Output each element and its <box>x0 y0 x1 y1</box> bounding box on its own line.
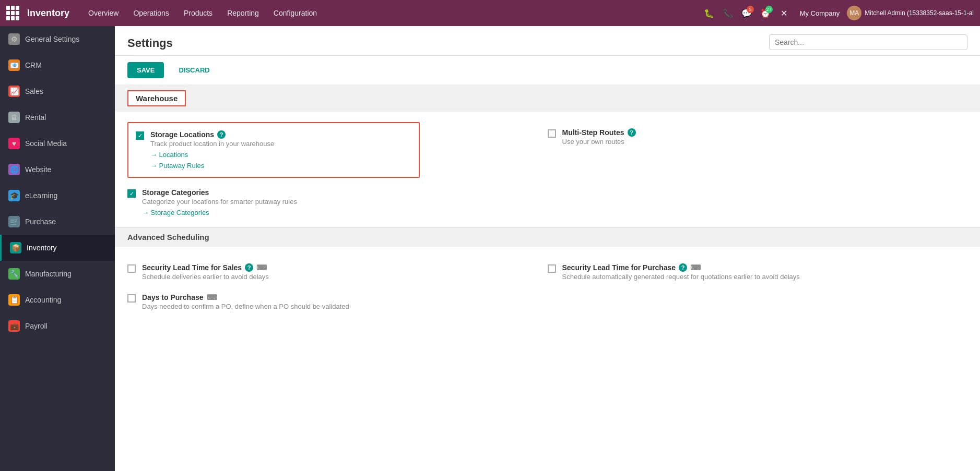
security-lead-purchase-label: Security Lead Time for Purchase <box>562 263 676 272</box>
sidebar-item-social-media[interactable]: ♥ Social Media <box>0 130 115 156</box>
sidebar-item-sales[interactable]: 📈 Sales <box>0 78 115 104</box>
days-to-purchase-checkbox[interactable] <box>127 294 136 303</box>
sidebar-label-rental: Rental <box>25 113 46 122</box>
sidebar-item-accounting[interactable]: 📋 Accounting <box>0 287 115 313</box>
nav-operations[interactable]: Operations <box>127 6 175 20</box>
security-lead-sales-checkbox[interactable] <box>127 264 136 273</box>
locations-link[interactable]: → Locations <box>150 151 411 159</box>
security-lead-sales-setting: Security Lead Time for Sales ? ⌨ Schedul… <box>127 257 548 287</box>
sidebar-label-accounting: Accounting <box>25 296 61 304</box>
multi-step-routes-setting: Multi-Step Routes ? Use your own routes <box>548 122 968 178</box>
sidebar-label-sales: Sales <box>25 87 43 95</box>
security-lead-sales-help-icon[interactable]: ? <box>245 263 253 272</box>
storage-locations-setting: ✓ Storage Locations ? Track product loca… <box>127 122 420 178</box>
purchase-icon: 🛒 <box>8 216 20 227</box>
save-button[interactable]: SAVE <box>127 62 164 78</box>
payroll-icon: 💼 <box>8 320 20 332</box>
multi-step-routes-checkbox[interactable] <box>548 129 556 138</box>
advanced-scheduling-grid: Security Lead Time for Sales ? ⌨ Schedul… <box>115 247 980 327</box>
bug-icon[interactable]: 🐛 <box>701 5 717 21</box>
storage-locations-desc: Track product location in your warehouse <box>150 140 411 148</box>
security-lead-sales-kbd-icon: ⌨ <box>256 263 267 272</box>
sidebar-label-purchase: Purchase <box>25 218 56 226</box>
social-icon: ♥ <box>8 138 20 149</box>
putaway-rules-link[interactable]: → Putaway Rules <box>150 162 411 170</box>
sidebar: ⚙ General Settings 📧 CRM 📈 Sales 🖥 Renta… <box>0 26 115 471</box>
close-icon[interactable]: ✕ <box>776 5 793 21</box>
sidebar-label-manufacturing: Manufacturing <box>25 270 72 278</box>
sidebar-item-elearning[interactable]: 🎓 eLearning <box>0 183 115 209</box>
security-lead-purchase-desc: Schedule automatically generated request… <box>562 273 968 281</box>
security-lead-sales-desc: Schedule deliveries earlier to avoid del… <box>142 273 548 281</box>
website-icon: 🌐 <box>8 164 20 175</box>
sidebar-item-payroll[interactable]: 💼 Payroll <box>0 313 115 339</box>
storage-locations-help-icon[interactable]: ? <box>217 130 226 139</box>
accounting-icon: 📋 <box>8 294 20 306</box>
search-input[interactable] <box>769 34 967 50</box>
action-bar: SAVE DISCARD <box>115 56 980 85</box>
content-area: Settings SAVE DISCARD Warehouse ✓ <box>115 26 980 471</box>
activity-icon[interactable]: ⏰ 27 <box>757 5 774 21</box>
user-info[interactable]: MA Mitchell Admin (15338352-saas-15-1-al <box>847 6 974 20</box>
user-avatar: MA <box>847 6 861 20</box>
gear-icon: ⚙ <box>8 33 20 45</box>
nav-products[interactable]: Products <box>178 6 219 20</box>
storage-categories-setting: ✓ Storage Categories Categorize your loc… <box>115 188 980 227</box>
storage-categories-link[interactable]: → Storage Categories <box>142 209 967 216</box>
days-to-purchase-kbd-icon: ⌨ <box>207 293 217 301</box>
nav-overview[interactable]: Overview <box>82 6 125 20</box>
storage-categories-checkbox[interactable]: ✓ <box>127 189 136 198</box>
sidebar-item-crm[interactable]: 📧 CRM <box>0 52 115 78</box>
sales-icon: 📈 <box>8 86 20 97</box>
sidebar-item-manufacturing[interactable]: 🔧 Manufacturing <box>0 261 115 287</box>
warehouse-section-label: Warehouse <box>127 90 186 106</box>
chat-badge: 5 <box>747 6 754 13</box>
sidebar-item-purchase[interactable]: 🛒 Purchase <box>0 209 115 235</box>
discard-button[interactable]: DISCARD <box>169 62 219 78</box>
sidebar-item-general-settings[interactable]: ⚙ General Settings <box>0 26 115 52</box>
sidebar-label-crm: CRM <box>25 61 42 69</box>
activity-badge: 27 <box>765 6 773 13</box>
sidebar-label-inventory: Inventory <box>27 244 57 252</box>
sidebar-label-general-settings: General Settings <box>25 35 79 43</box>
crm-icon: 📧 <box>8 59 20 71</box>
sidebar-label-payroll: Payroll <box>25 322 48 330</box>
company-name: My Company <box>800 9 840 17</box>
storage-locations-label: Storage Locations <box>150 130 214 139</box>
warehouse-section-header-wrapper: Warehouse <box>115 85 980 112</box>
days-to-purchase-setting: Days to Purchase ⌨ Days needed to confir… <box>127 287 548 317</box>
sidebar-label-social-media: Social Media <box>25 139 67 148</box>
storage-categories-label: Storage Categories <box>142 188 209 197</box>
multi-step-routes-desc: Use your own routes <box>562 138 968 146</box>
manufacturing-icon: 🔧 <box>8 268 20 280</box>
nav-configuration[interactable]: Configuration <box>267 6 323 20</box>
app-brand: Inventory <box>27 8 69 19</box>
advanced-scheduling-section-header: Advanced Scheduling <box>115 227 980 247</box>
storage-locations-checkbox[interactable]: ✓ <box>136 131 144 140</box>
settings-header: Settings <box>115 26 980 56</box>
multi-step-routes-help-icon[interactable]: ? <box>628 128 636 137</box>
rental-icon: 🖥 <box>8 112 20 123</box>
main-layout: ⚙ General Settings 📧 CRM 📈 Sales 🖥 Renta… <box>0 26 980 471</box>
sidebar-label-elearning: eLearning <box>25 191 57 200</box>
security-lead-purchase-help-icon[interactable]: ? <box>679 263 687 272</box>
nav-reporting[interactable]: Reporting <box>221 6 265 20</box>
storage-categories-desc: Categorize your locations for smarter pu… <box>142 198 967 206</box>
user-name: Mitchell Admin (15338352-saas-15-1-al <box>865 9 974 17</box>
sidebar-item-rental[interactable]: 🖥 Rental <box>0 104 115 130</box>
app-grid-icon[interactable] <box>6 6 21 20</box>
top-nav: Inventory Overview Operations Products R… <box>0 0 980 26</box>
inventory-icon: 📦 <box>10 242 21 253</box>
security-lead-purchase-kbd-icon: ⌨ <box>690 263 701 272</box>
elearning-icon: 🎓 <box>8 190 20 201</box>
settings-content: Warehouse ✓ Storage Locations ? <box>115 85 980 327</box>
sidebar-item-inventory[interactable]: 📦 Inventory <box>0 235 115 261</box>
security-lead-purchase-checkbox[interactable] <box>548 264 556 273</box>
sidebar-label-website: Website <box>25 165 51 174</box>
multi-step-routes-label: Multi-Step Routes <box>562 128 624 137</box>
chat-icon[interactable]: 💬 5 <box>738 5 755 21</box>
days-to-purchase-desc: Days needed to confirm a PO, define when… <box>142 303 548 310</box>
security-lead-purchase-setting: Security Lead Time for Purchase ? ⌨ Sche… <box>548 257 968 287</box>
phone-icon[interactable]: 📞 <box>719 5 736 21</box>
sidebar-item-website[interactable]: 🌐 Website <box>0 156 115 183</box>
